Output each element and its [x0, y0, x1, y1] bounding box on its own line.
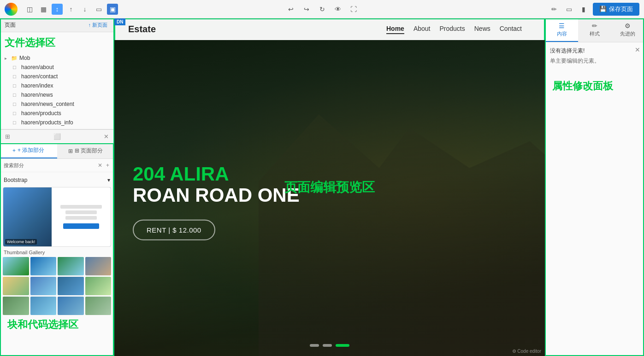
rent-button[interactable]: RENT | $ 12.000	[133, 220, 215, 240]
file-icon: □	[13, 120, 19, 125]
dn-badge: DN	[114, 18, 125, 25]
add-component-label: + 添加部分	[18, 146, 44, 154]
tablet-icon[interactable]: ▭	[563, 4, 574, 15]
tree-item-news[interactable]: □ haoren/news	[0, 90, 114, 99]
plus-icon: +	[12, 147, 16, 154]
advanced-tab-label: 先进的	[620, 30, 635, 37]
dot-2[interactable]	[323, 344, 332, 347]
bootstrap-section-label: Bootstrap ▾	[3, 175, 111, 185]
blocks-section: + + 添加部分 ⊞ ⊞ 页面部分 搜索部分 ✕ + Boots	[0, 143, 114, 356]
layers-icon[interactable]: ⬜	[52, 132, 62, 141]
mobile-icon[interactable]: ✏	[549, 4, 560, 15]
tree-label: haoren/about	[21, 64, 54, 70]
blocks-tabs: + + 添加部分 ⊞ ⊞ 页面部分	[0, 143, 114, 159]
tree-label: haoren/news_content	[21, 101, 74, 107]
blocks-search-row: 搜索部分 ✕ +	[0, 159, 114, 172]
tree-item-index[interactable]: □ haoren/index	[0, 81, 114, 90]
dot-1[interactable]	[310, 344, 319, 347]
thumb-cell-3[interactable]	[58, 257, 84, 275]
file-tree: ▸ 📁 Mob □ haoren/about □ haoren/contact …	[0, 52, 114, 129]
tree-item-contact[interactable]: □ haoren/contact	[0, 72, 114, 81]
tree-item-products-info[interactable]: □ haoren/products_info	[0, 118, 114, 127]
tree-label: haoren/contact	[21, 73, 58, 80]
page-parts-tab[interactable]: ⊞ ⊞ 页面部分	[57, 143, 114, 158]
right-panel-label: 属性修改面板	[545, 70, 644, 102]
save-icon: 💾	[599, 6, 607, 12]
file-icon: □	[13, 111, 19, 116]
dot-3[interactable]	[336, 344, 349, 347]
file-area-label: 文件选择区	[0, 32, 114, 52]
thumb-cell-4[interactable]	[85, 257, 112, 275]
thumb-cell-10[interactable]	[30, 297, 57, 315]
nav-products[interactable]: Products	[439, 25, 465, 34]
arrow-down-icon[interactable]: ↓	[79, 4, 90, 15]
blocks-content: Bootstrap ▾ Welcome back! Thumbnail Gall…	[0, 172, 114, 356]
site-nav: Estate Home About Products News Contact	[114, 18, 545, 40]
thumb-gallery-label: Thumbnail Gallery	[4, 250, 110, 255]
tab-advanced[interactable]: ⚙ 先进的	[611, 18, 644, 42]
layout-icon-2[interactable]: ▦	[38, 4, 49, 15]
hero-address-1: ALIRA	[165, 163, 229, 185]
undo-button[interactable]: ↩	[285, 4, 296, 15]
close-search-icon[interactable]: ✕	[97, 161, 103, 169]
block-label: Welcome back!	[5, 239, 37, 245]
thumb-cell-8[interactable]	[85, 277, 112, 295]
new-page-button[interactable]: ↑ 新页面	[86, 21, 109, 29]
desktop-icon[interactable]: ▮	[578, 4, 589, 15]
file-icon: □	[13, 92, 19, 98]
tree-item-mob[interactable]: ▸ 📁 Mob	[0, 53, 114, 63]
right-panel-tabs: ☰ 内容 ✏ 样式 ⚙ 先进的	[545, 18, 644, 42]
add-search-icon[interactable]: +	[105, 161, 110, 169]
close-panel-icon[interactable]: ✕	[102, 132, 110, 141]
preview-line-1	[60, 205, 102, 209]
select-icon[interactable]: ▣	[107, 4, 118, 15]
nav-news[interactable]: News	[474, 25, 490, 34]
fullscreen-button[interactable]: ⛶	[348, 4, 359, 15]
layout-icon-1[interactable]: ◫	[24, 4, 35, 15]
copy-icon[interactable]: ▭	[93, 4, 104, 15]
hero-content: 204 ALIRA ROAN ROAD ONE RENT | $ 12.000	[133, 163, 300, 240]
thumb-cell-11[interactable]	[58, 297, 84, 315]
thumb-cell-9[interactable]	[3, 297, 29, 315]
thumb-cell-1[interactable]	[3, 257, 29, 275]
thumb-cell-7[interactable]	[58, 277, 84, 295]
tab-style[interactable]: ✏ 样式	[578, 18, 611, 42]
center-preview: DN 页面编辑预览区 Estate Home About Products Ne…	[114, 18, 545, 356]
thumb-cell-6[interactable]	[30, 277, 57, 295]
nav-home[interactable]: Home	[386, 25, 404, 34]
tree-label: Mob	[19, 55, 30, 61]
file-icon: □	[13, 83, 19, 88]
code-editor-label[interactable]: ⚙ Code editor	[512, 349, 541, 354]
no-selection-message: 单主要编辑的元素。	[550, 57, 639, 65]
file-tree-header: 页面 ↑ 新页面	[0, 18, 114, 32]
move-icon[interactable]: ↕	[52, 4, 63, 15]
preview-inner	[52, 187, 111, 246]
grid-icon: ⊞	[68, 148, 73, 154]
tree-label: haoren/products	[21, 110, 61, 117]
preview-button[interactable]: 👁	[332, 4, 343, 15]
redo-button[interactable]: ↪	[301, 4, 312, 15]
thumb-cell-5[interactable]	[3, 277, 29, 295]
thumb-cell-2[interactable]	[30, 257, 57, 275]
tree-item-news-content[interactable]: □ haoren/news_content	[0, 99, 114, 109]
add-component-tab[interactable]: + + 添加部分	[0, 143, 57, 158]
style-tab-icon: ✏	[592, 22, 597, 29]
save-button[interactable]: 💾 保存页面	[593, 3, 639, 16]
tree-item-products[interactable]: □ haoren/products	[0, 109, 114, 118]
arrow-up-icon[interactable]: ↑	[65, 4, 77, 15]
close-message-button[interactable]: ✕	[635, 46, 640, 53]
nav-about[interactable]: About	[414, 25, 431, 34]
refresh-button[interactable]: ↻	[317, 4, 328, 15]
hero-address-line1: 204 ALIRA	[133, 163, 300, 185]
file-icon: □	[13, 101, 19, 107]
tree-label: haoren/products_info	[21, 119, 73, 126]
thumb-cell-12[interactable]	[85, 297, 112, 315]
hero-number: 204	[133, 163, 165, 185]
tree-item-about[interactable]: □ haoren/about	[0, 63, 114, 72]
grid-icon[interactable]: ⊞	[4, 132, 12, 141]
tab-content[interactable]: ☰ 内容	[545, 18, 578, 42]
top-toolbar: ◫ ▦ ↕ ↑ ↓ ▭ ▣ ↩ ↪ ↻ 👁 ⛶ ✏ ▭ ▮ 💾 保存页面	[0, 0, 644, 18]
bootstrap-label-text: Bootstrap	[4, 177, 27, 183]
login-block-preview[interactable]: Welcome back!	[3, 187, 111, 247]
nav-contact[interactable]: Contact	[500, 25, 522, 34]
